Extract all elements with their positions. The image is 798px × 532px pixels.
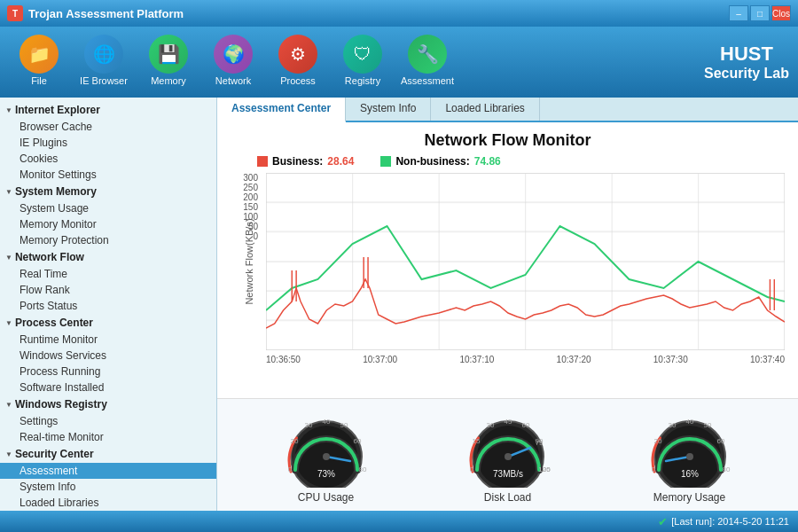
svg-text:73%: 73% bbox=[317, 469, 334, 479]
svg-text:30: 30 bbox=[304, 421, 312, 429]
svg-text:80: 80 bbox=[358, 466, 366, 473]
svg-point-56 bbox=[686, 453, 693, 460]
sidebar-item-settings[interactable]: Settings bbox=[0, 413, 216, 429]
svg-text:20: 20 bbox=[653, 437, 661, 445]
sidebar-item-flow-rank[interactable]: Flow Rank bbox=[0, 282, 216, 298]
collapse-icon: ▼ bbox=[5, 106, 12, 114]
sidebar-item-monitor-settings[interactable]: Monitor Settings bbox=[0, 167, 216, 183]
title-bar: T Trojan Assessment Platform – □ Clos bbox=[0, 0, 798, 27]
cpu-gauge: 0 80 20 60 30 40 50 73% CPU Usage bbox=[278, 408, 375, 504]
ie-label: IE Browser bbox=[80, 75, 128, 86]
svg-text:73MB/s: 73MB/s bbox=[493, 469, 523, 479]
svg-text:20: 20 bbox=[290, 437, 298, 445]
status-bar: ✔ [Last run]: 2014-5-20 11:21 bbox=[0, 511, 798, 532]
svg-text:40: 40 bbox=[685, 418, 693, 426]
file-label: File bbox=[31, 75, 47, 86]
svg-text:30: 30 bbox=[668, 421, 676, 429]
main-area: ▼ Internet Explorer Browser Cache IE Plu… bbox=[0, 98, 798, 511]
sidebar-category-security-center[interactable]: ▼ Security Center bbox=[0, 445, 216, 463]
tab-assessment-center[interactable]: Assessment Center bbox=[217, 98, 346, 122]
process-label: Process bbox=[280, 75, 316, 86]
sidebar-item-ports-status[interactable]: Ports Status bbox=[0, 298, 216, 314]
sidebar-item-assessment[interactable]: Assessment bbox=[0, 463, 216, 479]
memory-button[interactable]: 💾 Memory bbox=[138, 31, 199, 93]
sidebar-item-browser-cache[interactable]: Browser Cache bbox=[0, 119, 216, 135]
svg-text:0: 0 bbox=[651, 466, 655, 473]
sidebar-category-windows-registry[interactable]: ▼ Windows Registry bbox=[0, 395, 216, 413]
business-value: 28.64 bbox=[327, 155, 354, 168]
ie-browser-button[interactable]: 🌐 IE Browser bbox=[74, 31, 134, 93]
svg-text:50: 50 bbox=[340, 421, 348, 429]
cpu-gauge-label: CPU Usage bbox=[298, 491, 354, 504]
sidebar-item-memory-monitor[interactable]: Memory Monitor bbox=[0, 216, 216, 232]
close-button[interactable]: Clos bbox=[771, 5, 791, 21]
file-button[interactable]: 📁 File bbox=[9, 31, 69, 93]
window-controls: – □ Clos bbox=[729, 5, 791, 21]
sidebar-category-system-memory[interactable]: ▼ System Memory bbox=[0, 183, 216, 200]
file-icon: 📁 bbox=[20, 35, 59, 74]
sidebar-item-software-installed[interactable]: Software Installed bbox=[0, 379, 216, 395]
svg-text:60: 60 bbox=[521, 421, 529, 429]
legend-nonbusiness: Non-business: 74.86 bbox=[380, 155, 500, 168]
legend-business: Business: 28.64 bbox=[257, 155, 354, 168]
sidebar-category-internet-explorer[interactable]: ▼ Internet Explorer bbox=[0, 101, 216, 119]
collapse-icon: ▼ bbox=[5, 188, 12, 196]
sidebar-category-network-flow[interactable]: ▼ Network Flow bbox=[0, 248, 216, 266]
tab-loaded-libraries[interactable]: Loaded Libraries bbox=[431, 98, 539, 121]
svg-text:45: 45 bbox=[504, 418, 512, 426]
svg-text:30: 30 bbox=[486, 421, 494, 429]
nonbusiness-color-dot bbox=[380, 156, 391, 167]
sidebar-item-process-running[interactable]: Process Running bbox=[0, 364, 216, 379]
chart-svg bbox=[266, 173, 785, 350]
toolbar: 📁 File 🌐 IE Browser 💾 Memory 🌍 Network ⚙… bbox=[0, 27, 798, 98]
sidebar-item-system-info[interactable]: System Info bbox=[0, 479, 216, 495]
disk-gauge-label: Disk Load bbox=[484, 491, 531, 504]
memory-label: Memory bbox=[151, 75, 186, 86]
sidebar-item-cookies[interactable]: Cookies bbox=[0, 151, 216, 167]
svg-text:75: 75 bbox=[535, 439, 543, 447]
network-label: Network bbox=[215, 75, 251, 86]
sidebar-category-process-center[interactable]: ▼ Process Center bbox=[0, 314, 216, 332]
memory-gauge-label: Memory Usage bbox=[653, 491, 725, 504]
svg-text:105: 105 bbox=[538, 466, 551, 473]
maximize-button[interactable]: □ bbox=[750, 5, 770, 21]
collapse-icon: ▼ bbox=[5, 450, 12, 458]
disk-gauge-svg: 0 120 15 90 30 45 60 75 105 73MB/s bbox=[459, 408, 557, 488]
status-text: [Last run]: 2014-5-20 11:21 bbox=[671, 516, 789, 527]
brand-subtitle: Security Lab bbox=[704, 66, 789, 82]
sidebar-item-system-usage[interactable]: System Usage bbox=[0, 200, 216, 216]
sidebar-item-loaded-libraries[interactable]: Loaded Libraries bbox=[0, 495, 216, 511]
collapse-icon: ▼ bbox=[5, 401, 12, 409]
svg-text:0: 0 bbox=[287, 466, 292, 473]
assessment-label: Assessment bbox=[401, 75, 454, 86]
process-button[interactable]: ⚙ Process bbox=[268, 31, 328, 93]
sidebar-item-runtime-monitor[interactable]: Runtime Monitor bbox=[0, 332, 216, 348]
status-icon: ✔ bbox=[658, 515, 668, 528]
collapse-icon: ▼ bbox=[5, 319, 12, 327]
memory-gauge: 0 80 20 60 30 40 50 16% Memory Usage bbox=[641, 408, 739, 504]
nonbusiness-value: 74.86 bbox=[474, 155, 501, 168]
app-title: Trojan Assessment Platform bbox=[28, 7, 184, 20]
gauges-row: 0 80 20 60 30 40 50 73% CPU Usage bbox=[217, 398, 798, 511]
business-color-dot bbox=[257, 156, 268, 167]
assessment-icon: 🔧 bbox=[408, 35, 447, 74]
sidebar-item-memory-protection[interactable]: Memory Protection bbox=[0, 232, 216, 248]
assessment-button[interactable]: 🔧 Assessment bbox=[397, 31, 458, 93]
memory-gauge-svg: 0 80 20 60 30 40 50 16% bbox=[641, 408, 739, 488]
minimize-button[interactable]: – bbox=[729, 5, 748, 21]
sidebar-item-ie-plugins[interactable]: IE Plugins bbox=[0, 135, 216, 151]
content-panel: Assessment Center System Info Loaded Lib… bbox=[217, 98, 798, 511]
sidebar-item-windows-services[interactable]: Windows Services bbox=[0, 348, 216, 364]
registry-button[interactable]: 🛡 Registry bbox=[332, 31, 393, 93]
chart-title: Network Flow Monitor bbox=[231, 131, 785, 150]
svg-text:0: 0 bbox=[469, 466, 473, 473]
sidebar-item-real-time[interactable]: Real Time bbox=[0, 266, 216, 282]
tab-system-info[interactable]: System Info bbox=[346, 98, 431, 121]
network-button[interactable]: 🌍 Network bbox=[203, 31, 263, 93]
svg-text:40: 40 bbox=[322, 418, 330, 426]
nonbusiness-label: Non-business: bbox=[395, 155, 469, 168]
chart-legend: Business: 28.64 Non-business: 74.86 bbox=[231, 155, 785, 168]
sidebar-item-realtime-monitor[interactable]: Real-time Monitor bbox=[0, 429, 216, 445]
chart-svg-container: 10:36:50 10:37:00 10:37:10 10:37:20 10:3… bbox=[266, 173, 785, 350]
svg-text:50: 50 bbox=[703, 421, 711, 429]
